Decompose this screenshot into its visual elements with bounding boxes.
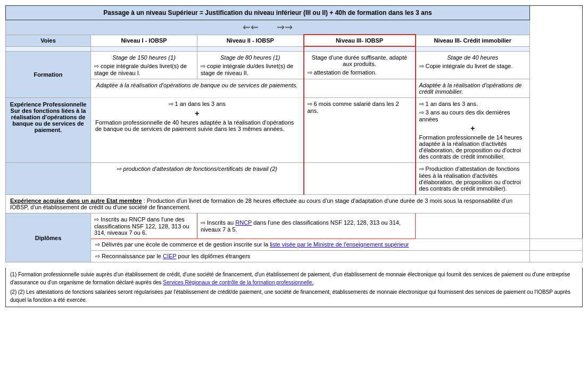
n2-stage-cell: Stage de 80 heures (1) ⇨ copie intégrale… [197, 52, 304, 79]
arrow-right-icon: ⇝⇝ [277, 22, 293, 32]
n3-adapted-cell [304, 79, 416, 98]
adapted-row: Adaptée à la réalisation d'opérations de… [6, 79, 583, 98]
formation-label: Formation [6, 52, 91, 98]
attestation-row: ⇨ production d'attestation de fonctions/… [6, 163, 583, 195]
diplomes-bottom-row1: ⇨ Délivrés par une école de commerce et … [6, 239, 583, 251]
col-niveau2: Niveau II - IOBSP [197, 35, 304, 46]
n3-stage-text: Stage d'une durée suffisante, adapté aux… [308, 54, 412, 67]
footnote-2: (2) (2) Les attestations de fonctions sa… [10, 288, 578, 304]
n1-diplomes-cell: ⇨ Inscrits au RNCP dans l'une des classi… [91, 213, 197, 239]
n3c-line1: ⇨ 1 an dans les 3 ans. [419, 101, 527, 108]
rncp-link-2[interactable]: RNCP [235, 219, 252, 226]
header-row: Passage à un niveau Supérieur = Justific… [6, 6, 583, 20]
n3c-adapted-cell: Adaptée à la réalisation d'opérations de… [416, 79, 530, 98]
n3c-formation: Formation professionnelle de 14 heures a… [419, 134, 527, 160]
services-regionaux-link[interactable]: Services Régionaux de contrôle de la for… [163, 279, 313, 285]
n3c-attestation-cell: ⇨ Production d'attestation de fonctions … [416, 163, 530, 195]
ciep-link[interactable]: CIEP [163, 253, 176, 259]
diplomes-ecole-cell: ⇨ Délivrés par une école de commerce et … [91, 239, 530, 251]
attestation-voies-cell [6, 163, 91, 195]
n3c-line2: ⇨ 3 ans au cours des dix dernières année… [419, 109, 527, 122]
n234-diplomes-cell: ⇨ Inscrits au RNCP dans l'une des classi… [197, 213, 416, 239]
n1-diplomes-text: ⇨ Inscrits au RNCP dans l'une des classi… [94, 216, 194, 236]
col-voies: Voies [6, 35, 91, 46]
formation-stage-row: Formation Stage de 150 heures (1) ⇨ copi… [6, 52, 583, 79]
n3-attestation-text: ⇨ attestation de formation. [308, 69, 412, 76]
arrows-row: ⇜⇜ ⇝⇝ [6, 20, 583, 35]
exp-autre-underline: Expérience acquise dans un autre Etat me… [10, 198, 512, 210]
footnote-1: (1) Formation professionnelle suivie aup… [10, 270, 578, 286]
arrow-left-icon: ⇜⇜ [243, 22, 259, 32]
diplomes-row: Diplômes ⇨ Inscrits au RNCP dans l'une d… [6, 213, 583, 239]
n3-exp-pro-cell: ⇨ 6 mois comme salarié dans les 2 ans. [304, 98, 416, 163]
n12-exp-line1: ⇨ 1 an dans les 3 ans [95, 101, 299, 108]
exp-pro-row: Expérience Professionnelle Sur des fonct… [6, 98, 583, 163]
diplomes-ciep-cell: ⇨ Reconnaissance par le CIEP pour les di… [91, 251, 530, 262]
liste-ministre-link[interactable]: liste visée par le Ministre de l'enseign… [270, 241, 409, 248]
col-niveau1: Niveau I - IOBSP [91, 35, 197, 46]
fn2-text: (2) Les attestations de fonctions salari… [10, 289, 570, 303]
n2-stage-text: Stage de 80 heures (1) [201, 54, 300, 61]
n2-copie-text: ⇨ copie intégrale du/des livret(s) de st… [201, 63, 300, 76]
diplomes-ciep-text: ⇨ Reconnaissance par le CIEP pour les di… [95, 253, 525, 260]
n3c-stage-cell: Stage de 40 heures ⇨ Copie intégrale du … [416, 52, 530, 79]
exp-autre-row: Expérience acquise dans un autre Etat me… [6, 195, 583, 213]
n1-copie-text: ⇨ copie intégrale du/des livret(s) de st… [94, 63, 194, 76]
diplomes-bottom2-empty [530, 251, 583, 262]
n1-stage-text: Stage de 150 heures (1) [94, 54, 194, 61]
exp-autre-cell: Expérience acquise dans un autre Etat me… [6, 195, 530, 213]
header-text: Passage à un niveau Supérieur = Justific… [6, 6, 530, 20]
col-headers-row: Voies Niveau I - IOBSP Niveau II - IOBSP… [6, 35, 583, 46]
n12-exp-plus: + [95, 109, 299, 118]
n3c-copie-text: ⇨ Copie intégrale du livret de stage. [419, 63, 527, 70]
n12-exp-pro-cell: ⇨ 1 an dans les 3 ans + Formation profes… [91, 98, 304, 163]
n1-stage-cell: Stage de 150 heures (1) ⇨ copie intégral… [91, 52, 197, 79]
main-table: Passage à un niveau Supérieur = Justific… [5, 5, 583, 262]
n3c-plus: + [419, 124, 527, 133]
spacer-row-1 [6, 46, 583, 52]
n3-attestation-empty-cell [304, 163, 416, 195]
n3-stage-cell: Stage d'une durée suffisante, adapté aux… [304, 52, 416, 79]
diplomes-ecole-text: ⇨ Délivrés par une école de commerce et … [95, 241, 525, 248]
n12-exp-formation: Formation professionnelle de 40 heures a… [95, 119, 299, 132]
n123-attestation-cell: ⇨ production d'attestation de fonctions/… [91, 163, 304, 195]
exp-pro-label: Expérience Professionnelle Sur des fonct… [6, 98, 91, 163]
n234-diplomes-text: ⇨ Inscrits au RNCP dans l'une des classi… [201, 219, 412, 233]
footnotes-section: (1) Formation professionnelle suivie aup… [5, 268, 583, 307]
n3c-diplomes-cell [416, 213, 530, 239]
fn2-num: (2) [10, 289, 18, 295]
diplomes-label: Diplômes [6, 213, 91, 262]
fn1-num: (1) [10, 272, 18, 277]
col-niveau3-credit: Niveau III- Crédit immobilier [416, 35, 530, 46]
n12-adapted-cell: Adaptée à la réalisation d'opérations de… [91, 79, 304, 98]
diplomes-bottom1-empty [530, 239, 583, 251]
col-niveau3: Niveau III- IOBSP [304, 35, 416, 46]
diplomes-bottom-row2: ⇨ Reconnaissance par le CIEP pour les di… [6, 251, 583, 262]
n3c-stage-text: Stage de 40 heures [419, 54, 527, 61]
n3c-exp-pro-cell: ⇨ 1 an dans les 3 ans. ⇨ 3 ans au cours … [416, 98, 530, 163]
